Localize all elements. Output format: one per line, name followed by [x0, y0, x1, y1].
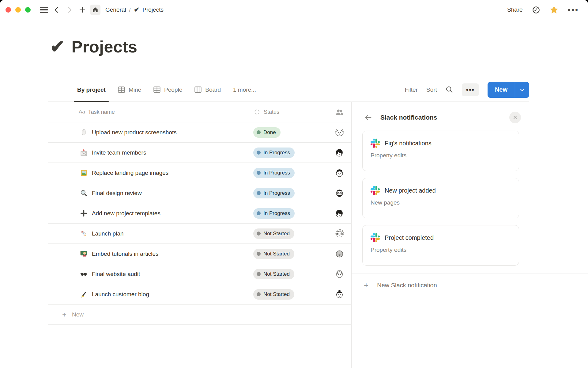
topbar-actions: Share •••: [507, 5, 579, 14]
page-check-icon-large[interactable]: ✔: [50, 38, 65, 56]
avatar[interactable]: [334, 127, 345, 138]
minimize-window-button[interactable]: [15, 7, 21, 13]
search-button[interactable]: [446, 86, 453, 94]
more-options-button[interactable]: •••: [568, 6, 579, 14]
status-badge[interactable]: Not Started: [253, 228, 294, 239]
new-dropdown-button[interactable]: [515, 82, 529, 98]
column-task-name[interactable]: Aa Task name: [79, 109, 253, 115]
status-badge[interactable]: Done: [253, 127, 281, 138]
new-button[interactable]: New: [488, 82, 515, 98]
avatar[interactable]: [334, 228, 345, 239]
status-dot: [257, 171, 261, 175]
status-dot: [257, 211, 261, 215]
avatar[interactable]: [334, 147, 345, 158]
avatar[interactable]: [334, 187, 345, 199]
sidebar-menu-button[interactable]: [39, 5, 49, 15]
writing-hand-emoji: [80, 291, 92, 298]
share-button[interactable]: Share: [507, 6, 523, 13]
table-row[interactable]: Invite team members In Progress: [48, 143, 351, 163]
table-view-icon: [118, 86, 125, 93]
page-title[interactable]: Projects: [72, 37, 138, 56]
zoom-window-button[interactable]: [25, 7, 31, 13]
page-header: ✔ Projects: [50, 36, 588, 58]
tab-board[interactable]: Board: [194, 78, 221, 102]
mouse-emoji: [80, 129, 92, 136]
status-badge[interactable]: In Progress: [253, 148, 295, 158]
task-name-link[interactable]: Embed tutorials in articles: [92, 251, 159, 257]
slack-notification-card[interactable]: New project added New pages: [362, 178, 519, 218]
table-row[interactable]: Launch plan Not Started: [48, 224, 351, 244]
breadcrumb-section[interactable]: General: [105, 6, 126, 13]
notification-title: New project added: [385, 187, 436, 194]
forward-button[interactable]: [64, 5, 75, 15]
status-badge[interactable]: Not Started: [253, 249, 294, 259]
status-dot: [257, 232, 261, 236]
column-status[interactable]: Status: [253, 108, 328, 116]
status-badge[interactable]: In Progress: [253, 208, 295, 219]
status-badge[interactable]: Not Started: [253, 269, 294, 279]
window-toolbar: General / ✔ Projects Share •••: [0, 0, 588, 20]
favorite-button[interactable]: [549, 5, 559, 14]
teacher-emoji: [80, 250, 92, 257]
table-row[interactable]: Add new project templates In Progress: [48, 203, 351, 224]
tasks-table: Aa Task name Status Upload new product s…: [48, 102, 351, 368]
panel-back-button[interactable]: [364, 113, 372, 122]
table-row[interactable]: Upload new product screenshots Done: [48, 122, 351, 143]
plus-icon: [79, 6, 86, 13]
status-badge[interactable]: In Progress: [253, 168, 295, 178]
task-name-link[interactable]: Replace landing page images: [92, 170, 168, 176]
avatar[interactable]: [334, 208, 345, 219]
new-page-button[interactable]: [77, 5, 88, 15]
table-row[interactable]: Final website audit Not Started: [48, 264, 351, 284]
status-dot: [257, 252, 261, 256]
new-row-button[interactable]: + New: [48, 305, 351, 325]
search-icon: [446, 86, 453, 94]
new-slack-notification-button[interactable]: + New Slack notification: [364, 281, 588, 289]
task-name-link[interactable]: Launch customer blog: [92, 291, 149, 297]
breadcrumb-page[interactable]: Projects: [142, 6, 164, 13]
close-window-button[interactable]: [6, 7, 11, 13]
status-badge[interactable]: In Progress: [253, 188, 295, 198]
avatar[interactable]: [334, 248, 345, 259]
status-dot: [257, 130, 261, 134]
panel-close-button[interactable]: [509, 112, 521, 123]
plus-icon: +: [62, 311, 66, 318]
clock-icon: [532, 6, 540, 14]
task-name-link[interactable]: Final website audit: [92, 271, 140, 277]
slack-logo-icon: [371, 186, 380, 195]
tab-by-project[interactable]: By project: [77, 78, 106, 102]
task-name-link[interactable]: Invite team members: [92, 149, 146, 156]
framed-picture-emoji: [80, 169, 92, 176]
view-toolbar: Filter Sort ••• New: [405, 82, 529, 98]
table-row[interactable]: Embed tutorials in articles Not Started: [48, 244, 351, 264]
avatar[interactable]: [334, 289, 345, 300]
updates-button[interactable]: [532, 6, 540, 14]
table-row[interactable]: Launch customer blog Not Started: [48, 284, 351, 305]
slack-notification-card[interactable]: Project completed Property edits: [362, 225, 519, 266]
home-button[interactable]: [90, 5, 100, 15]
tab-more-views[interactable]: 1 more...: [233, 78, 256, 102]
task-name-link[interactable]: Launch plan: [92, 230, 124, 237]
avatar[interactable]: [334, 167, 345, 178]
page-check-icon: ✔: [134, 6, 139, 14]
status-badge[interactable]: Not Started: [253, 289, 294, 300]
sort-button[interactable]: Sort: [426, 86, 437, 93]
panel-divider: [352, 274, 588, 274]
task-name-link[interactable]: Upload new product screenshots: [92, 129, 177, 136]
chevron-right-icon: [66, 6, 73, 13]
tab-people[interactable]: People: [153, 78, 182, 102]
text-property-icon: Aa: [79, 109, 85, 115]
slack-logo-icon: [371, 139, 380, 148]
filter-button[interactable]: Filter: [405, 86, 418, 93]
tab-mine[interactable]: Mine: [118, 78, 141, 102]
table-row[interactable]: Final design review In Progress: [48, 183, 351, 203]
slack-notification-card[interactable]: Fig's notifications Property edits: [362, 131, 519, 171]
table-row[interactable]: Replace landing page images In Progress: [48, 163, 351, 183]
hamburger-icon: [40, 7, 48, 13]
task-name-link[interactable]: Add new project templates: [92, 210, 160, 217]
avatar[interactable]: [334, 268, 345, 280]
column-person[interactable]: [328, 108, 351, 116]
view-options-button[interactable]: •••: [462, 83, 479, 96]
task-name-link[interactable]: Final design review: [92, 190, 142, 196]
back-button[interactable]: [51, 5, 62, 15]
